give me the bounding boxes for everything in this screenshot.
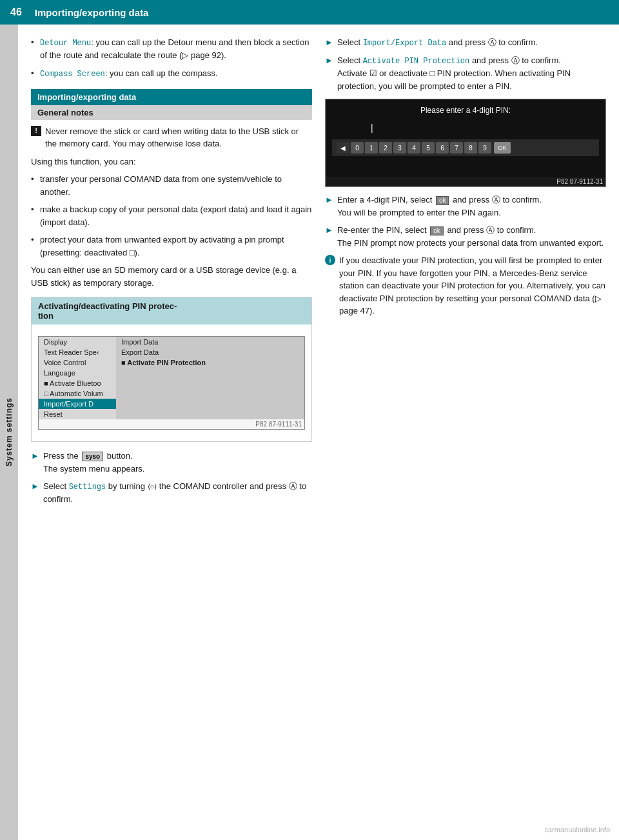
- menu-item-voice: Voice Control: [39, 357, 116, 368]
- keypad-3: 3: [393, 142, 406, 154]
- arrow-icon: ►: [325, 194, 333, 219]
- step1-text: Press the syso button.The system menu ap…: [43, 450, 145, 475]
- keypad-8: 8: [464, 142, 477, 154]
- menu-item-import-export: Import/Export D: [39, 399, 116, 409]
- keypad-6: 6: [436, 142, 449, 154]
- section-heading: Importing/exporting data: [31, 89, 312, 105]
- menu-item-activate-pin: ■ Activate PIN Protection: [116, 357, 304, 368]
- menu-item-export-data: Export Data: [116, 347, 304, 357]
- right-column: ► Select Import/Export Data and press Ⓐ …: [325, 36, 606, 511]
- list-item: make a backup copy of your personal data…: [31, 203, 312, 228]
- reenter-pin-text: Re-enter the PIN, select ok and press Ⓐ …: [337, 224, 604, 249]
- menu-item-auto-vol: □ Automatic Volum: [39, 388, 116, 399]
- warning-icon-square: !: [31, 126, 41, 136]
- main-content: Detour Menu: you can call up the Detour …: [18, 25, 619, 524]
- pin-screenshot: Please enter a 4-digit PIN: | ◀ 0 1 2 3 …: [325, 99, 606, 187]
- sub-heading: General notes: [31, 105, 312, 120]
- ok-button: ok: [436, 196, 449, 205]
- activate-pin-code: Activate PIN Protection: [363, 57, 470, 66]
- warning-text: Never remove the stick or card when writ…: [45, 125, 312, 150]
- controller-icon: ⟨○⟩: [148, 481, 157, 492]
- arrow-icon: ►: [31, 450, 39, 475]
- menu-item-language: Language: [39, 368, 116, 378]
- info-note: i If you deactivate your PIN protection,…: [325, 254, 606, 317]
- arrow-icon: ►: [31, 480, 39, 506]
- menu-left-col: Display Text Reader Spe‹ Voice Control L…: [39, 337, 116, 419]
- step-activate-pin: ► Select Activate PIN Protection and pre…: [325, 54, 606, 92]
- para-sd: You can either use an SD memory card or …: [31, 264, 312, 289]
- header-title: Importing/exporting data: [35, 7, 149, 18]
- menu-screenshot: Display Text Reader Spe‹ Voice Control L…: [38, 336, 305, 430]
- pin-cursor: |: [371, 123, 599, 133]
- keypad-row: ◀ 0 1 2 3 4 5 6 7 8 9 OK: [332, 139, 599, 156]
- step-select-import-export: ► Select Import/Export Data and press Ⓐ …: [325, 36, 606, 49]
- menu-item-text-reader: Text Reader Spe‹: [39, 347, 116, 357]
- step-enter-pin: ► Enter a 4-digit PIN, select ok and pre…: [325, 194, 606, 219]
- compass-screen-text: : you can call up the compass.: [105, 68, 218, 78]
- para-using: Using this function, you can:: [31, 155, 312, 168]
- step-press-syso: ► Press the syso button.The system menu …: [31, 450, 312, 475]
- ok-button-2: ok: [430, 226, 444, 235]
- menu-caption: P82 87-9111-31: [39, 419, 304, 429]
- keypad-ok-btn: OK: [494, 142, 511, 154]
- menu-layout: Display Text Reader Spe‹ Voice Control L…: [39, 337, 304, 419]
- list-item: Detour Menu: you can call up the Detour …: [31, 36, 312, 62]
- arrow-icon: ►: [325, 54, 333, 92]
- keypad-0: 0: [351, 142, 364, 154]
- info-text: If you deactivate your PIN protection, y…: [339, 254, 606, 317]
- step-activate-pin-text: Select Activate PIN Protection and press…: [337, 54, 606, 92]
- menu-right-col: Import Data Export Data ■ Activate PIN P…: [116, 337, 304, 419]
- footer-watermark: carmanualonline.info: [544, 826, 610, 834]
- list-item: Compass Screen: you can call up the comp…: [31, 67, 312, 80]
- arrow-icon: ►: [325, 36, 333, 49]
- step2-text: Select Settings by turning ⟨○⟩ the COMAN…: [43, 480, 312, 506]
- menu-item-reset: Reset: [39, 409, 116, 419]
- keypad-1: 1: [365, 142, 378, 154]
- info-icon-circle: i: [325, 255, 335, 265]
- warning-note: ! Never remove the stick or card when wr…: [31, 125, 312, 150]
- screenshot-inner: Please enter a 4-digit PIN: | ◀ 0 1 2 3 …: [326, 99, 605, 177]
- header-bar: 46 Importing/exporting data: [0, 0, 619, 25]
- syso-button: syso: [82, 452, 103, 461]
- info-icon: i: [325, 255, 335, 317]
- step-reenter-pin: ► Re-enter the PIN, select ok and press …: [325, 224, 606, 249]
- menu-item-display: Display: [39, 337, 116, 347]
- keypad-9: 9: [478, 142, 491, 154]
- screenshot-caption: P82 87-9112-31: [326, 177, 605, 186]
- import-export-code: Import/Export Data: [363, 39, 447, 48]
- list-item: protect your data from unwanted export b…: [31, 234, 312, 259]
- keypad-2: 2: [379, 142, 392, 154]
- screenshot-title: Please enter a 4-digit PIN:: [332, 106, 599, 115]
- menu-item-import-data: Import Data: [116, 337, 304, 347]
- keypad-4: 4: [408, 142, 420, 154]
- list-item: transfer your personal COMAND data from …: [31, 173, 312, 198]
- step-select-settings: ► Select Settings by turning ⟨○⟩ the COM…: [31, 480, 312, 506]
- arrow-icon: ►: [325, 224, 333, 249]
- activating-section-content: Display Text Reader Spe‹ Voice Control L…: [32, 325, 311, 441]
- step-import-export-text: Select Import/Export Data and press Ⓐ to…: [337, 36, 538, 49]
- keypad-5: 5: [422, 142, 435, 154]
- page-number: 46: [10, 6, 22, 18]
- keypad-7: 7: [450, 142, 463, 154]
- compass-screen-code: Compass Screen: [40, 70, 105, 79]
- sidebar: System settings: [0, 25, 18, 840]
- activating-section-box: Activating/deactivating PIN protec-tion …: [31, 297, 312, 442]
- menu-item-bluetooth: ■ Activate Bluetoo: [39, 378, 116, 388]
- detour-menu-code: Detour Menu: [40, 39, 91, 48]
- left-column: Detour Menu: you can call up the Detour …: [31, 36, 312, 511]
- warning-icon: !: [31, 126, 41, 150]
- settings-code: Settings: [69, 483, 106, 492]
- keypad-arrow-btn: ◀: [337, 142, 349, 154]
- sidebar-label: System settings: [5, 397, 14, 466]
- enter-pin-text: Enter a 4-digit PIN, select ok and press…: [337, 194, 542, 219]
- activating-section-title: Activating/deactivating PIN protec-tion: [32, 297, 311, 325]
